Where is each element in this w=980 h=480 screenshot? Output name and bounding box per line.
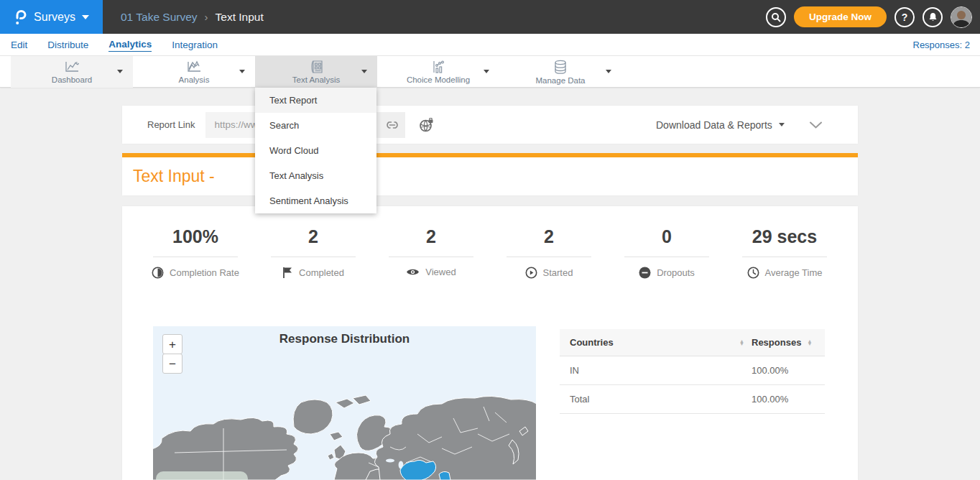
responses-count[interactable]: Responses: 2	[913, 40, 971, 50]
chain-link-icon	[385, 121, 399, 129]
question-title: Text Input -	[133, 167, 215, 186]
download-data-reports-label: Download Data & Reports	[656, 119, 772, 131]
line-chart-icon	[63, 60, 80, 74]
questionpro-logo-icon	[14, 9, 27, 26]
help-button[interactable]: ?	[895, 7, 915, 27]
response-distribution-map[interactable]: Response Distribution + −	[153, 326, 536, 480]
stat-label: Average Time	[765, 267, 823, 278]
search-icon	[771, 12, 781, 22]
caret-down-icon[interactable]	[484, 70, 489, 73]
menu-item-text-report[interactable]: Text Report	[255, 88, 376, 113]
text-analysis-dropdown: Text Report Search Word Cloud Text Analy…	[255, 88, 376, 213]
tab-choice-modelling[interactable]: Choice Modelling	[377, 56, 499, 88]
breadcrumb-page-name: Text Input	[216, 11, 264, 24]
breadcrumb-survey-name[interactable]: 01 Take Survey	[121, 11, 198, 24]
map-zoom-in-button[interactable]: +	[162, 334, 182, 354]
multi-line-chart-icon	[185, 60, 203, 74]
minus-circle-icon	[639, 267, 651, 279]
download-data-reports-menu[interactable]: Download Data & Reports	[656, 119, 785, 131]
caret-down-icon	[779, 123, 785, 126]
product-switcher[interactable]: Surveys	[0, 0, 103, 34]
nav-item-integration[interactable]: Integration	[172, 38, 218, 52]
tab-label: Text Analysis	[292, 75, 340, 84]
stat-label: Started	[543, 267, 573, 278]
public-report-button[interactable]	[419, 118, 435, 132]
breadcrumb: 01 Take Survey › Text Input	[121, 11, 264, 24]
analytics-card: 100% Completion Rate 2 Completed	[122, 206, 858, 480]
stats-row: 100% Completion Rate 2 Completed	[122, 206, 858, 279]
stat-value: 0	[608, 226, 726, 247]
stat-completed: 2 Completed	[254, 226, 372, 279]
stat-dropouts: 0 Dropouts	[608, 226, 726, 279]
tab-label: Analysis	[179, 75, 210, 84]
tab-dashboard[interactable]: Dashboard	[11, 56, 133, 88]
upgrade-now-button[interactable]: Upgrade Now	[794, 6, 887, 27]
stat-label: Dropouts	[657, 267, 695, 278]
stat-viewed: 2 Viewed	[372, 226, 490, 279]
collapse-panel-button[interactable]	[809, 121, 823, 129]
question-title-card: Text Input -	[122, 157, 858, 195]
bell-icon	[928, 12, 938, 22]
database-icon	[552, 60, 569, 75]
tab-label: Dashboard	[52, 75, 92, 84]
report-link-bar: Report Link https://ww Download Data & R…	[122, 106, 858, 144]
caret-down-icon[interactable]	[606, 70, 611, 73]
tab-text-analysis[interactable]: Text Analysis	[255, 56, 377, 88]
chevron-down-icon	[809, 121, 823, 129]
nav-item-analytics[interactable]: Analytics	[108, 37, 152, 52]
map-attribution	[156, 471, 248, 480]
stat-completion-rate: 100% Completion Rate	[137, 226, 254, 279]
stat-value: 2	[372, 226, 490, 247]
column-header-countries[interactable]: Countries	[570, 337, 614, 348]
world-map[interactable]	[153, 326, 536, 480]
stat-label: Completed	[299, 267, 344, 278]
flag-icon	[282, 267, 293, 278]
country-responses: 100.00%	[752, 394, 825, 405]
caret-down-icon[interactable]	[117, 70, 123, 73]
stat-value: 2	[490, 226, 608, 247]
copy-link-button[interactable]	[379, 112, 405, 138]
globe-lock-icon	[419, 118, 435, 132]
tab-analysis[interactable]: Analysis	[133, 56, 255, 88]
half-pie-icon	[152, 267, 164, 279]
stat-value: 2	[254, 226, 372, 247]
caret-down-icon[interactable]	[361, 70, 367, 73]
accent-bar	[122, 153, 858, 157]
countries-table-header: Countries ▲▼ Responses ▲▼	[560, 329, 825, 356]
breadcrumb-separator: ›	[205, 11, 208, 23]
topbar-actions: Upgrade Now ?	[766, 0, 972, 34]
sort-icon[interactable]: ▲▼	[739, 340, 744, 346]
nav-item-edit[interactable]: Edit	[11, 38, 27, 52]
user-avatar[interactable]	[951, 6, 972, 28]
page: Surveys 01 Take Survey › Text Input Upgr…	[0, 0, 980, 480]
country-responses: 100.00%	[752, 365, 825, 376]
notifications-button[interactable]	[923, 7, 943, 27]
stat-label: Viewed	[425, 267, 456, 277]
countries-table: Countries ▲▼ Responses ▲▼ IN 100.00% Tot…	[560, 329, 825, 414]
chevron-down-icon	[82, 15, 89, 19]
stat-label: Completion Rate	[170, 267, 239, 278]
play-circle-icon	[525, 267, 537, 279]
menu-item-sentiment-analysis[interactable]: Sentiment Analysis	[255, 188, 376, 213]
caret-down-icon[interactable]	[239, 70, 245, 73]
report-link-label: Report Link	[147, 119, 195, 130]
top-bar: Surveys 01 Take Survey › Text Input Upgr…	[0, 0, 980, 34]
survey-nav: Edit Distribute Analytics Integration Re…	[0, 34, 980, 56]
sort-icon[interactable]: ▲▼	[807, 340, 812, 346]
map-zoom-controls: + −	[162, 334, 182, 374]
tab-manage-data[interactable]: Manage Data	[499, 56, 621, 88]
search-button[interactable]	[766, 7, 786, 27]
country-name: Total	[560, 394, 752, 405]
menu-item-text-analysis[interactable]: Text Analysis	[255, 163, 376, 188]
nav-item-distribute[interactable]: Distribute	[47, 38, 88, 52]
menu-item-search[interactable]: Search	[255, 113, 376, 138]
map-zoom-out-button[interactable]: −	[162, 354, 182, 374]
table-row-total: Total 100.00%	[560, 385, 825, 414]
question-mark-icon: ?	[902, 11, 908, 23]
country-name: IN	[560, 365, 752, 376]
report-page-icon	[308, 60, 325, 74]
menu-item-word-cloud[interactable]: Word Cloud	[255, 138, 376, 163]
column-header-responses[interactable]: Responses	[752, 337, 801, 348]
analytics-toolbar: Dashboard Analysis Text Analysis Choice …	[0, 56, 980, 88]
clock-icon	[747, 267, 759, 279]
